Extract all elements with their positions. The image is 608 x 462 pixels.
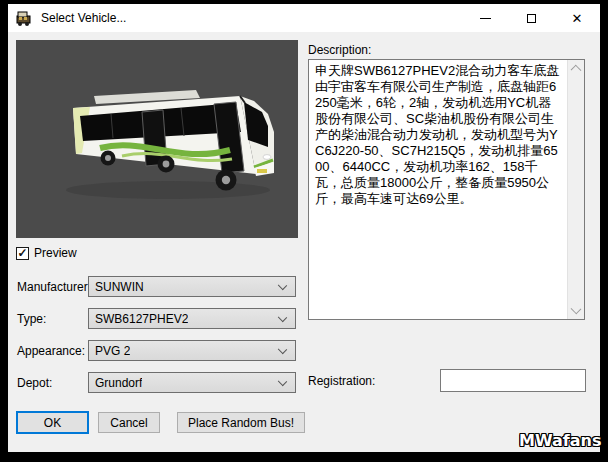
depot-dropdown[interactable]: Grundorf bbox=[88, 372, 296, 393]
chevron-down-icon bbox=[278, 281, 287, 290]
vehicle-preview-panel bbox=[16, 40, 298, 238]
description-label: Description: bbox=[308, 43, 371, 57]
preview-checkbox-row: ✓ Preview bbox=[16, 246, 77, 260]
bus-icon bbox=[15, 9, 33, 27]
close-icon: ✕ bbox=[572, 12, 583, 25]
screen: { "window": { "title": "Select Vehicle..… bbox=[0, 0, 608, 462]
cancel-button[interactable]: Cancel bbox=[98, 412, 160, 433]
registration-label: Registration: bbox=[308, 374, 375, 388]
maximize-icon bbox=[527, 14, 536, 23]
window-controls: ✕ bbox=[462, 4, 600, 32]
window-title: Select Vehicle... bbox=[41, 11, 126, 25]
select-vehicle-dialog: ✓ Preview Manufacturer: SUNWIN Type: SWB… bbox=[8, 32, 600, 452]
chevron-down-icon bbox=[278, 345, 287, 354]
watermark: MWafans bbox=[519, 431, 601, 450]
preview-checkbox[interactable]: ✓ bbox=[16, 247, 29, 260]
type-label: Type: bbox=[17, 312, 46, 326]
minimize-button[interactable] bbox=[462, 4, 508, 32]
type-dropdown[interactable]: SWB6127PHEV2 bbox=[88, 308, 296, 329]
close-button[interactable]: ✕ bbox=[554, 4, 600, 32]
description-scrollbar[interactable] bbox=[567, 60, 584, 319]
manufacturer-value: SUNWIN bbox=[95, 280, 144, 294]
preview-checkbox-label: Preview bbox=[34, 246, 77, 260]
chevron-down-icon bbox=[278, 313, 287, 322]
depot-value: Grundorf bbox=[95, 376, 142, 390]
bus-preview-image bbox=[16, 40, 298, 238]
registration-input[interactable] bbox=[440, 369, 586, 392]
titlebar[interactable]: Select Vehicle... ✕ bbox=[8, 4, 600, 32]
chevron-down-icon bbox=[278, 377, 287, 386]
place-random-bus-button[interactable]: Place Random Bus! bbox=[177, 412, 305, 433]
description-text: 申天牌SWB6127PHEV2混合动力客车底盘由宇宙客车有限公司生产制造，底盘轴… bbox=[309, 60, 567, 319]
depot-label: Depot: bbox=[17, 376, 52, 390]
chevron-down-icon[interactable] bbox=[571, 304, 582, 315]
appearance-dropdown[interactable]: PVG 2 bbox=[88, 340, 296, 361]
appearance-label: Appearance: bbox=[17, 344, 85, 358]
ok-button[interactable]: OK bbox=[16, 411, 89, 434]
chevron-up-icon[interactable] bbox=[571, 65, 582, 76]
manufacturer-label: Manufacturer: bbox=[17, 280, 91, 294]
manufacturer-dropdown[interactable]: SUNWIN bbox=[88, 276, 296, 297]
description-textbox[interactable]: 申天牌SWB6127PHEV2混合动力客车底盘由宇宙客车有限公司生产制造，底盘轴… bbox=[308, 59, 585, 320]
minimize-icon bbox=[480, 18, 491, 19]
type-value: SWB6127PHEV2 bbox=[95, 312, 188, 326]
appearance-value: PVG 2 bbox=[95, 344, 130, 358]
maximize-button[interactable] bbox=[508, 4, 554, 32]
